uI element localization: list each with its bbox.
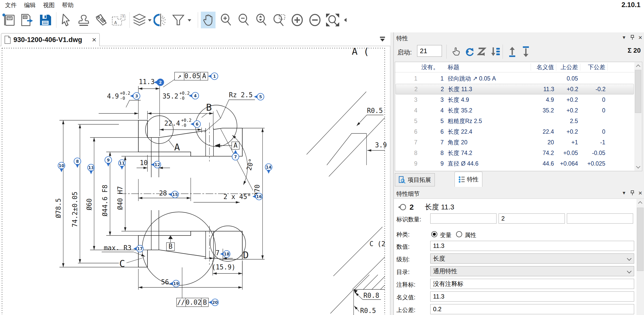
detail-label-d: D: [243, 249, 249, 261]
scrollbar-thumb[interactable]: [637, 208, 643, 271]
select-region-button[interactable]: A1: [111, 12, 126, 28]
table-row[interactable]: 88长度 74.274.2+0.05-0.05: [396, 148, 634, 158]
menu-file[interactable]: 文件: [5, 1, 17, 9]
balloon-5[interactable]: 5: [254, 93, 264, 100]
balloon-3[interactable]: 3: [130, 93, 140, 100]
cursor-select-button[interactable]: [59, 12, 73, 28]
catalog-dropdown[interactable]: 通用特性: [430, 266, 634, 276]
balloon-19[interactable]: 19: [169, 280, 180, 287]
table-row[interactable]: 44长度 35.235.2+0.20: [396, 105, 634, 116]
close-panel-icon[interactable]: ×: [638, 34, 642, 41]
scroll-up-button[interactable]: [636, 199, 644, 206]
balloon-6[interactable]: 6: [190, 121, 201, 128]
value-input[interactable]: [430, 241, 634, 251]
start-input[interactable]: [417, 45, 442, 57]
tab-close-button[interactable]: ×: [92, 36, 96, 44]
column-header-nominal[interactable]: 名义值: [531, 64, 556, 71]
balloon-15[interactable]: 15: [168, 191, 179, 198]
hand-pointer-icon[interactable]: [450, 45, 463, 58]
tab-project-expand[interactable]: 项目拓展: [395, 173, 435, 186]
radio-attribute[interactable]: [456, 231, 462, 237]
version-label: 2.10.1: [621, 1, 640, 9]
open-document-button[interactable]: [20, 12, 34, 28]
menu-view[interactable]: 视图: [43, 1, 55, 9]
decrease-button[interactable]: [308, 12, 322, 28]
menu-edit[interactable]: 编辑: [24, 1, 36, 9]
balloon-4[interactable]: 4: [189, 92, 199, 99]
balloon-14[interactable]: 14: [265, 164, 272, 174]
z-order-icon[interactable]: [476, 45, 489, 58]
upper-tolerance-input[interactable]: [430, 304, 634, 314]
table-row[interactable]: 66长度 22.422.4+0.20: [396, 126, 634, 137]
apply-list-icon[interactable]: [489, 45, 502, 58]
table-row[interactable]: 99直径 Ø 44.644.6+0.064+0.025: [396, 158, 634, 169]
tab-list-menu-button[interactable]: [378, 35, 387, 44]
balloon-2-selected[interactable]: 2: [154, 79, 164, 86]
scroll-up-button[interactable]: [634, 62, 642, 69]
zoom-window-button[interactable]: [272, 12, 286, 28]
table-row[interactable]: 33长度 4.94.9+0.20: [396, 94, 634, 105]
tab-properties[interactable]: 特性: [455, 172, 482, 187]
id-count-input-3[interactable]: [567, 213, 633, 224]
close-panel-icon[interactable]: ×: [638, 190, 642, 196]
move-up-icon[interactable]: [506, 45, 519, 58]
radio-variable-label[interactable]: 变量: [440, 231, 452, 239]
panel-menu-icon[interactable]: ▼: [622, 190, 626, 196]
filter-dropdown-icon[interactable]: [188, 19, 191, 22]
stamp-button[interactable]: [76, 12, 91, 28]
table-row-selected[interactable]: 22长度 11.311.3+0.2-0.2: [396, 84, 634, 94]
table-row[interactable]: 11径向跳动 ↗ 0.05 A0.05: [396, 73, 634, 84]
table-row[interactable]: 55粗糙度Rz 2.52.5: [396, 116, 634, 126]
class-dropdown[interactable]: 长度: [430, 253, 634, 264]
column-header-no[interactable]: 没有。: [419, 63, 446, 71]
refresh-icon[interactable]: [463, 45, 476, 58]
balloon-9[interactable]: 9: [105, 157, 112, 167]
filter-button[interactable]: [171, 12, 186, 28]
pan-hand-button[interactable]: [201, 12, 216, 28]
scroll-down-button[interactable]: [634, 164, 642, 171]
increase-button[interactable]: [290, 12, 305, 28]
panel-splitter[interactable]: [390, 32, 394, 315]
move-down-icon[interactable]: [519, 45, 532, 58]
tag-button[interactable]: [94, 12, 109, 28]
table-scrollbar[interactable]: [634, 62, 642, 171]
pin-icon[interactable]: [630, 35, 634, 40]
balloon-10[interactable]: 10: [58, 162, 65, 172]
balloon-20[interactable]: 20: [208, 299, 219, 306]
balloon-11[interactable]: 11: [119, 160, 125, 170]
collapse-toolbar-button[interactable]: [342, 12, 349, 28]
scrollbar-thumb[interactable]: [635, 70, 641, 113]
pin-icon[interactable]: [630, 190, 634, 196]
layers-dropdown-icon[interactable]: [148, 19, 152, 22]
column-header-upper[interactable]: 上公差: [556, 64, 580, 71]
drawing-canvas[interactable]: A B C D ↗ 0.05 A 11.3: [0, 46, 390, 315]
balloon-18[interactable]: 18: [220, 251, 230, 258]
svg-text:9: 9: [107, 158, 110, 163]
new-document-button[interactable]: [2, 12, 16, 28]
balloon-1[interactable]: 1: [208, 73, 218, 80]
document-tab[interactable]: 930-1200-406-V1.dwg ×: [1, 33, 100, 46]
balloon-17[interactable]: 17: [133, 245, 143, 252]
column-header-lower[interactable]: 下公差: [580, 64, 607, 71]
zoom-in-button[interactable]: [219, 12, 233, 28]
id-count-input-1[interactable]: [430, 213, 497, 224]
annotation-input[interactable]: [430, 279, 634, 289]
radio-attribute-label[interactable]: 属性: [465, 231, 476, 239]
nominal-input[interactable]: [430, 291, 634, 302]
layers-button[interactable]: [132, 12, 147, 28]
zoom-dynamic-button[interactable]: [254, 12, 269, 28]
zoom-fit-button[interactable]: [325, 12, 340, 28]
zoom-out-button[interactable]: [236, 12, 251, 28]
id-count-input-2[interactable]: [499, 213, 565, 224]
table-row[interactable]: 77角度 2020+1-1: [396, 137, 634, 148]
radio-variable[interactable]: [431, 231, 437, 237]
menu-help[interactable]: 帮助: [62, 1, 74, 9]
mirror-view-button[interactable]: [153, 12, 168, 28]
details-scrollbar[interactable]: [636, 199, 644, 315]
balloon-13[interactable]: 13: [88, 164, 95, 174]
save-button[interactable]: [38, 12, 53, 28]
balloon-12[interactable]: 12: [151, 161, 161, 168]
panel-menu-icon[interactable]: ▼: [622, 35, 626, 40]
column-header-title[interactable]: 标题: [446, 63, 531, 71]
balloon-7[interactable]: 7: [232, 150, 239, 160]
